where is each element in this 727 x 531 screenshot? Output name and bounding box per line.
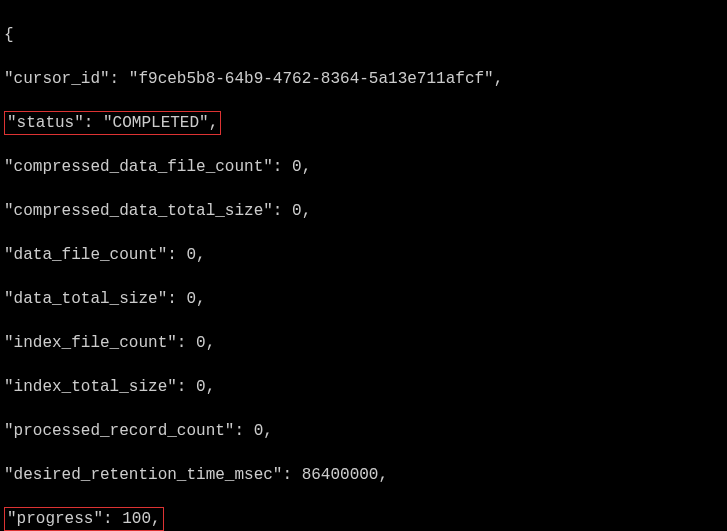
field-status-highlight: "status": "COMPLETED", xyxy=(4,111,221,135)
field-desired-retention-time-msec: "desired_retention_time_msec": 86400000, xyxy=(4,464,723,486)
field-index-file-count: "index_file_count": 0, xyxy=(4,332,723,354)
field-index-total-size: "index_total_size": 0, xyxy=(4,376,723,398)
field-data-file-count: "data_file_count": 0, xyxy=(4,244,723,266)
terminal-output: { "cursor_id": "f9ceb5b8-64b9-4762-8364-… xyxy=(0,0,727,531)
field-compressed-data-total-size: "compressed_data_total_size": 0, xyxy=(4,200,723,222)
field-progress-highlight: "progress": 100, xyxy=(4,507,164,531)
field-processed-record-count: "processed_record_count": 0, xyxy=(4,420,723,442)
field-compressed-data-file-count: "compressed_data_file_count": 0, xyxy=(4,156,723,178)
field-cursor-id: "cursor_id": "f9ceb5b8-64b9-4762-8364-5a… xyxy=(4,68,723,90)
field-data-total-size: "data_total_size": 0, xyxy=(4,288,723,310)
json-open-brace: { xyxy=(4,24,723,46)
